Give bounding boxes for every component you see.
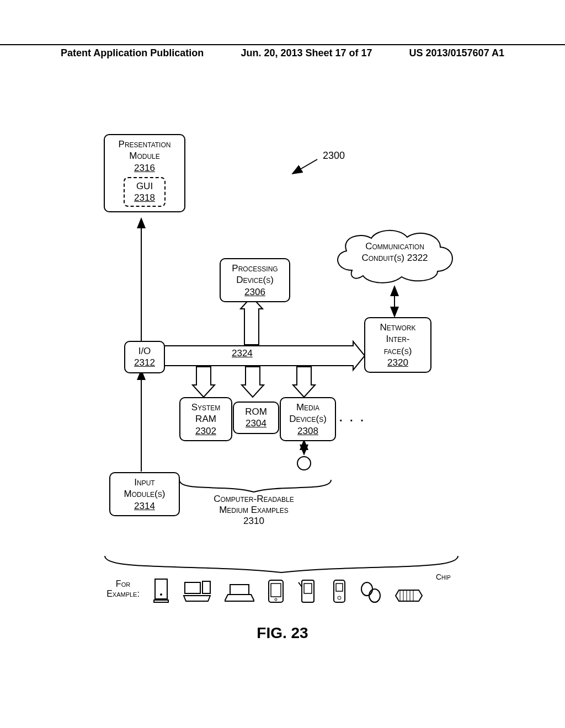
processing-box: Processing Device(s) 2306 <box>220 258 290 302</box>
label: face(s) <box>384 346 412 356</box>
svg-point-7 <box>160 593 162 596</box>
label: System <box>191 402 221 413</box>
page-header: Patent Application Publication Jun. 20, … <box>0 44 565 59</box>
svg-point-20 <box>361 582 372 596</box>
device-icons <box>152 578 423 603</box>
label: RAM <box>195 414 216 424</box>
bus-num: 2324 <box>232 348 253 359</box>
label: Conduit(s) <box>361 253 404 263</box>
svg-point-5 <box>297 457 311 470</box>
svg-line-0 <box>292 159 317 174</box>
header-left: Patent Application Publication <box>61 47 204 59</box>
ellipsis: . . . <box>339 411 366 424</box>
label: Device(s) <box>289 414 327 424</box>
desktop-icon <box>152 578 170 603</box>
label: ROM <box>245 406 267 417</box>
svg-rect-6 <box>155 579 167 599</box>
svg-rect-15 <box>304 584 312 593</box>
svg-rect-9 <box>185 582 200 593</box>
ref-num: 2306 <box>223 286 287 298</box>
ref-num: 2322 <box>407 253 428 263</box>
svg-point-19 <box>338 596 341 599</box>
label: I/O <box>138 346 151 356</box>
medium-examples-label: Computer-Readable Medium Examples 2310 <box>196 494 312 527</box>
figure-23-diagram: 2300 Presentation Module 2316 GUI 2318 C… <box>88 127 475 634</box>
svg-rect-18 <box>336 584 343 591</box>
svg-point-21 <box>369 589 380 602</box>
label: Medium Examples <box>219 505 289 515</box>
label: Presentation <box>119 139 171 149</box>
label: Inter- <box>386 334 409 344</box>
tablet-icon <box>266 579 285 603</box>
figure-caption: FIG. 23 <box>0 624 565 642</box>
chip-label: Chip <box>436 572 451 581</box>
flip-phone-icon <box>359 581 382 603</box>
rom-box: ROM 2304 <box>233 402 279 434</box>
ref-num: 2308 <box>283 425 333 437</box>
workstation-icon <box>183 580 212 603</box>
ref-num: 2320 <box>367 357 428 368</box>
chip-icon <box>395 586 423 603</box>
ref-num: 2314 <box>113 500 177 512</box>
ref-2300: 2300 <box>323 150 345 162</box>
phone-icon <box>332 579 347 603</box>
for-example-label: For Example: <box>98 579 148 599</box>
svg-rect-10 <box>202 581 210 593</box>
label: Network <box>380 322 416 333</box>
svg-rect-12 <box>271 584 281 597</box>
presentation-module-box: Presentation Module 2316 GUI 2318 <box>104 134 185 212</box>
ref-num: 2304 <box>236 417 276 429</box>
ref-num: 2318 <box>129 192 160 204</box>
io-box: I/O 2312 <box>124 341 165 373</box>
label: Computer-Readable <box>214 494 294 504</box>
label: Media <box>296 402 319 413</box>
svg-rect-8 <box>154 600 168 602</box>
laptop-icon <box>225 582 254 603</box>
label: Module(s) <box>124 489 166 499</box>
num: 2310 <box>243 516 264 526</box>
ram-box: System RAM 2302 <box>179 397 232 441</box>
gui-box: GUI 2318 <box>124 177 166 207</box>
header-right: US 2013/0157607 A1 <box>409 47 504 59</box>
label: Device(s) <box>236 275 274 285</box>
ref-num: 2316 <box>107 162 182 174</box>
ref-num: 2312 <box>127 357 162 368</box>
label: Processing <box>232 263 278 274</box>
network-box: Network Inter- face(s) 2320 <box>364 317 431 373</box>
pda-icon <box>297 579 319 603</box>
label: Input <box>134 477 154 488</box>
label: GUI <box>136 181 153 191</box>
ref-num: 2302 <box>183 425 229 437</box>
label: Module <box>129 151 160 161</box>
communication-cloud: Communication Conduit(s) 2322 <box>330 226 460 287</box>
media-box: Media Device(s) 2308 <box>280 397 336 441</box>
svg-point-13 <box>275 598 277 601</box>
label: Communication <box>365 241 424 251</box>
input-modules-box: Input Module(s) 2314 <box>109 472 180 516</box>
header-center: Jun. 20, 2013 Sheet 17 of 17 <box>241 47 372 59</box>
